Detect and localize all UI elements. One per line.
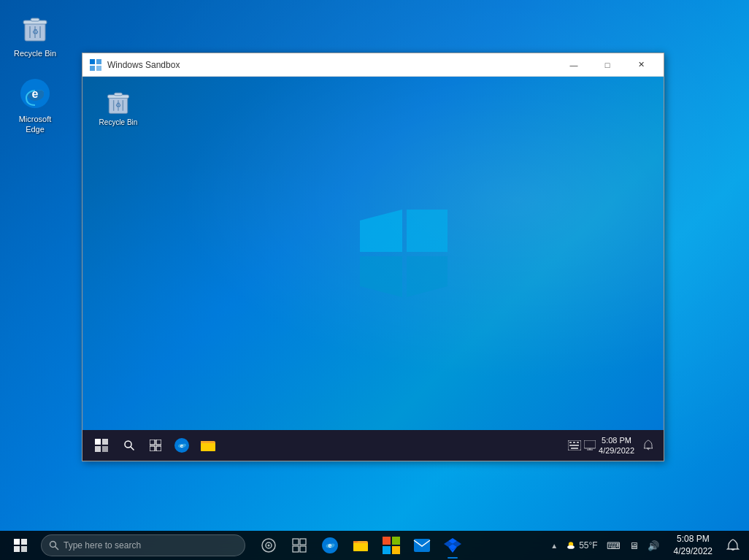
svg-rect-65 <box>392 546 400 554</box>
svg-rect-40 <box>584 440 596 448</box>
sandbox-notifications-button[interactable] <box>637 434 659 456</box>
clock-date: 4/29/2022 <box>674 545 712 558</box>
svg-rect-39 <box>571 448 578 449</box>
svg-rect-26 <box>150 440 155 445</box>
windows-logo <box>353 202 455 304</box>
sandbox-explorer-button[interactable] <box>195 432 221 459</box>
taskbar-right: ▲ 55°F ⌨ 🖥 🔊 5:08 PM 4/29 <box>545 531 746 560</box>
window-title: Windows Sandbox <box>107 60 557 70</box>
notifications-icon <box>726 539 740 552</box>
svg-rect-15 <box>115 93 123 96</box>
close-button[interactable]: ✕ <box>624 53 658 77</box>
svg-rect-29 <box>156 446 161 451</box>
svg-rect-23 <box>102 446 108 452</box>
clock[interactable]: 5:08 PM 4/29/2022 <box>668 531 718 560</box>
cortana-icon <box>261 537 277 553</box>
window-titlebar: Windows Sandbox — □ ✕ <box>82 53 664 77</box>
svg-line-25 <box>131 447 134 450</box>
search-bar[interactable]: Type here to search <box>41 534 245 556</box>
sandbox-taskbar-right: 5:08 PM 4/29/2022 <box>568 434 659 456</box>
svg-text:e: e <box>32 88 39 100</box>
taskbar-icons: e <box>254 531 467 560</box>
window-controls: — □ ✕ <box>557 53 658 77</box>
maximize-button[interactable]: □ <box>591 53 624 77</box>
cortana-button[interactable] <box>254 531 283 560</box>
svg-rect-37 <box>577 442 579 443</box>
svg-text:♻: ♻ <box>115 101 121 109</box>
svg-line-44 <box>648 449 649 450</box>
svg-rect-22 <box>95 446 101 452</box>
edge-icon: e <box>18 76 53 111</box>
system-tray: ▲ 55°F ⌨ 🖥 🔊 <box>545 531 666 560</box>
sandbox-search-button[interactable] <box>116 432 142 459</box>
sandbox-titlebar-icon <box>88 58 103 72</box>
file-explorer-icon <box>352 537 369 553</box>
svg-rect-46 <box>21 539 27 545</box>
svg-rect-64 <box>383 546 391 554</box>
sandbox-start-button[interactable] <box>87 431 116 460</box>
sandbox-clock[interactable]: 5:08 PM 4/29/2022 <box>599 435 634 456</box>
svg-rect-27 <box>156 440 161 445</box>
svg-rect-21 <box>102 439 108 445</box>
volume-icon[interactable]: 🔊 <box>645 537 662 554</box>
weather-temp: 55°F <box>579 540 597 551</box>
desktop: ♻ Recycle Bin e Microsoft Edge <box>0 0 749 560</box>
ms-store-button[interactable] <box>377 531 406 560</box>
recycle-bin-label: Recycle Bin <box>14 48 56 58</box>
svg-rect-56 <box>293 546 299 552</box>
edge-taskbar-button[interactable]: e <box>315 531 345 560</box>
svg-rect-62 <box>383 537 391 545</box>
desktop-icon-edge[interactable]: e Microsoft Edge <box>6 73 64 138</box>
sandbox-taskbar: e <box>82 430 664 461</box>
svg-point-24 <box>125 441 131 448</box>
file-explorer-button[interactable] <box>346 531 375 560</box>
svg-rect-38 <box>569 445 579 446</box>
svg-rect-55 <box>300 539 306 545</box>
svg-text:e: e <box>329 542 332 549</box>
svg-rect-57 <box>300 546 306 552</box>
svg-rect-2 <box>31 18 39 21</box>
mail-button[interactable] <box>407 531 437 560</box>
task-view-icon <box>292 538 307 553</box>
sandbox-desktop: ♻ Recycle Bin <box>82 77 664 430</box>
search-placeholder: Type here to search <box>64 540 141 551</box>
sandbox-time: 5:08 PM <box>599 435 634 445</box>
svg-text:♻: ♻ <box>32 28 39 36</box>
weather-button[interactable]: 55°F <box>562 531 600 560</box>
start-button[interactable] <box>3 531 38 560</box>
system-tray-expand[interactable]: ▲ <box>549 542 559 550</box>
svg-rect-54 <box>293 539 299 545</box>
svg-rect-10 <box>96 59 101 64</box>
sandbox-task-view-button[interactable] <box>142 432 169 459</box>
keyboard-icon[interactable]: ⌨ <box>604 537 623 554</box>
network-icon[interactable]: 🖥 <box>626 537 642 554</box>
dropbox-button[interactable] <box>438 531 467 560</box>
notifications-button[interactable] <box>720 531 746 560</box>
svg-rect-45 <box>14 539 20 545</box>
svg-line-50 <box>55 547 59 551</box>
svg-rect-48 <box>21 546 27 552</box>
svg-rect-61 <box>353 543 368 551</box>
sandbox-recycle-bin-icon[interactable]: ♻ Recycle Bin <box>93 84 144 129</box>
minimize-button[interactable]: — <box>557 53 591 77</box>
svg-rect-47 <box>14 546 20 552</box>
start-icon <box>14 539 27 552</box>
edge-icon-label: Microsoft Edge <box>9 114 61 135</box>
svg-rect-20 <box>95 439 101 445</box>
sandbox-date: 4/29/2022 <box>599 445 634 456</box>
sandbox-recycle-bin-svg: ♻ <box>104 87 133 116</box>
svg-rect-9 <box>90 59 95 64</box>
sandbox-recycle-bin-label: Recycle Bin <box>99 118 138 126</box>
sandbox-edge-button[interactable]: e <box>169 432 195 459</box>
svg-rect-11 <box>90 66 95 71</box>
svg-rect-12 <box>96 66 101 71</box>
desktop-icon-recycle-bin[interactable]: ♻ Recycle Bin <box>6 7 64 61</box>
recycle-bin-icon: ♻ <box>18 10 53 45</box>
svg-point-49 <box>50 542 56 548</box>
svg-rect-66 <box>414 539 430 552</box>
mail-icon <box>413 538 431 553</box>
svg-rect-63 <box>392 537 400 545</box>
svg-rect-33 <box>201 443 215 451</box>
task-view-button[interactable] <box>285 531 314 560</box>
svg-text:e: e <box>180 442 184 449</box>
